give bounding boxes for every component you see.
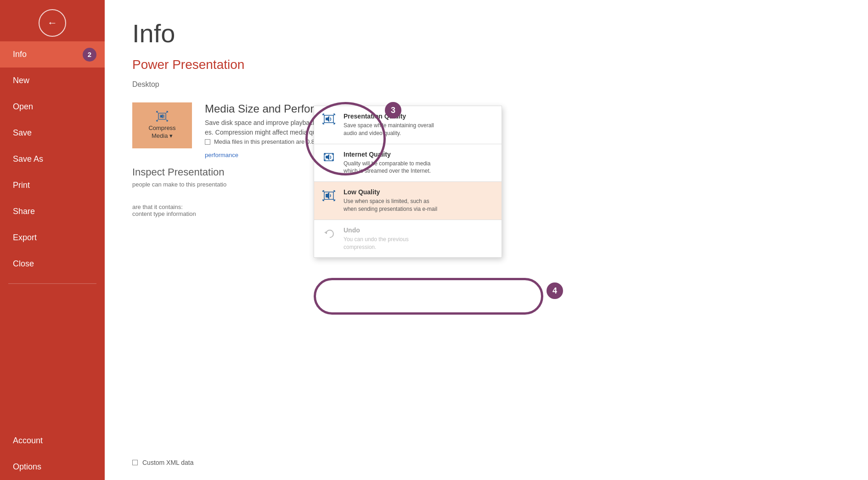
sidebar-item-print[interactable]: Print xyxy=(0,172,105,198)
dropdown-item-undo[interactable]: Undo You can undo the previouscompressio… xyxy=(314,220,502,258)
bottom-custom-xml: Custom XML data xyxy=(132,459,840,466)
sidebar-item-export[interactable]: Export xyxy=(0,225,105,251)
compress-media-label: CompressMedia ▾ xyxy=(148,124,175,140)
dropdown-desc-internet-quality: Quality will be comparable to mediawhich… xyxy=(344,160,493,175)
compress-media-button[interactable]: CompressMedia ▾ xyxy=(132,102,192,148)
sidebar-item-label: Save xyxy=(13,128,32,137)
file-path-text: Desktop xyxy=(132,80,159,88)
compress-media-container: CompressMedia ▾ xyxy=(132,102,192,148)
sidebar-item-label: Share xyxy=(13,207,35,216)
sidebar-item-new[interactable]: New xyxy=(0,68,105,94)
sidebar-item-close[interactable]: Close xyxy=(0,251,105,277)
dropdown-title-internet-quality: Internet Quality xyxy=(344,151,493,158)
dropdown-desc-presentation-quality: Save space while maintaining overallaudi… xyxy=(344,122,493,137)
file-path: Desktop xyxy=(132,80,840,89)
sidebar-bottom: Account Options xyxy=(0,428,105,480)
compress-media-dropdown: Presentation Quality Save space while ma… xyxy=(314,106,502,258)
back-arrow-icon: ← xyxy=(47,17,57,29)
dropdown-item-internet-quality[interactable]: Internet Quality Quality will be compara… xyxy=(314,144,502,182)
sidebar: ← Info 2 New Open Save Save As Print Sha… xyxy=(0,0,105,480)
sidebar-item-account[interactable]: Account xyxy=(0,428,105,454)
media-info-block: Media Size and Performance Save disk spa… xyxy=(205,102,840,159)
sidebar-item-open[interactable]: Open xyxy=(0,94,105,120)
media-performance-link[interactable]: performance xyxy=(205,152,238,158)
sidebar-item-label: Open xyxy=(13,102,33,111)
dropdown-desc-low-quality: Use when space is limited, such aswhen s… xyxy=(344,198,493,213)
low-quality-icon xyxy=(322,189,337,204)
checkbox-icon-2 xyxy=(132,460,138,465)
svg-marker-16 xyxy=(326,116,329,122)
dropdown-title-low-quality: Low Quality xyxy=(344,188,493,196)
checkbox-icon xyxy=(205,139,210,145)
sidebar-item-label: Account xyxy=(13,436,43,445)
dropdown-item-presentation-quality[interactable]: Presentation Quality Save space while ma… xyxy=(314,106,502,144)
svg-marker-30 xyxy=(326,154,329,160)
sidebar-item-options[interactable]: Options xyxy=(0,454,105,480)
dropdown-text-internet-quality: Internet Quality Quality will be compara… xyxy=(344,151,493,175)
sidebar-item-save[interactable]: Save xyxy=(0,120,105,146)
sidebar-item-label: Options xyxy=(13,462,41,471)
media-files-info: Media files in this presentation are 0.8… xyxy=(205,138,840,145)
sidebar-item-label: Print xyxy=(13,181,30,190)
annotation-number-4: 4 xyxy=(547,282,563,299)
sidebar-item-label: Export xyxy=(13,233,37,242)
dropdown-title-undo: Undo xyxy=(344,226,493,234)
sidebar-item-label: Info xyxy=(13,50,27,59)
dropdown-text-presentation-quality: Presentation Quality Save space while ma… xyxy=(344,113,493,137)
media-desc2: es. Compression might affect media quali… xyxy=(205,129,840,136)
sidebar-badge-info: 2 xyxy=(83,48,96,62)
media-files-text: Media files in this presentation are 0.8… xyxy=(214,138,330,145)
sidebar-item-saveas[interactable]: Save As xyxy=(0,146,105,172)
dropdown-text-undo: Undo You can undo the previouscompressio… xyxy=(344,226,493,251)
page-title: Info xyxy=(132,18,840,48)
sidebar-nav: Info 2 New Open Save Save As Print Share… xyxy=(0,41,105,480)
back-button[interactable]: ← xyxy=(39,9,66,37)
dropdown-desc-undo: You can undo the previouscompression. xyxy=(344,236,493,251)
sidebar-item-share[interactable]: Share xyxy=(0,198,105,225)
main-content: Info Power Presentation Desktop xyxy=(105,0,868,480)
annotation-ellipse-4 xyxy=(314,278,543,315)
svg-marker-57 xyxy=(324,231,327,234)
dropdown-item-low-quality[interactable]: Low Quality Use when space is limited, s… xyxy=(314,182,502,220)
presentation-quality-icon xyxy=(322,113,337,129)
dropdown-title-presentation-quality: Presentation Quality xyxy=(344,113,493,120)
undo-icon xyxy=(322,227,337,243)
sidebar-item-info[interactable]: Info 2 xyxy=(0,41,105,68)
presentation-title: Power Presentation xyxy=(132,57,840,72)
media-desc1: Save disk space and improve playback per… xyxy=(205,119,840,126)
svg-marker-44 xyxy=(326,192,329,199)
sidebar-item-label: New xyxy=(13,76,29,85)
compress-media-icon xyxy=(153,111,171,122)
custom-xml-label: Custom XML data xyxy=(142,459,194,466)
sidebar-divider xyxy=(8,283,96,284)
internet-quality-icon xyxy=(322,152,337,167)
sidebar-item-label: Save As xyxy=(13,154,43,164)
sidebar-item-label: Close xyxy=(13,259,34,268)
dropdown-text-low-quality: Low Quality Use when space is limited, s… xyxy=(344,188,493,213)
media-section-title: Media Size and Performance xyxy=(205,102,840,115)
